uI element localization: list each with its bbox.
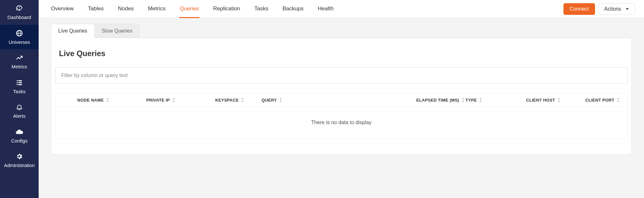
col-label: KEYSPACE: [215, 98, 239, 103]
col-elapsed-time[interactable]: ELAPSED TIME (MS): [403, 98, 464, 103]
sidebar-item-configs[interactable]: Configs: [0, 124, 39, 148]
sort-icon: [462, 98, 464, 102]
svg-rect-5: [18, 84, 22, 85]
caret-down-icon: [626, 8, 629, 10]
col-query[interactable]: QUERY: [262, 98, 402, 103]
filter-input[interactable]: [55, 67, 628, 84]
sort-icon: [479, 98, 482, 102]
sidebar-item-label: Configs: [11, 138, 28, 144]
svg-rect-3: [18, 82, 22, 83]
col-label: NODE NAME: [77, 98, 104, 103]
sidebar-item-label: Administration: [4, 163, 34, 168]
svg-rect-0: [17, 80, 18, 81]
main-area: Overview Tables Nodes Metrics Queries Re…: [39, 0, 644, 198]
connect-button[interactable]: Connect: [563, 3, 595, 15]
col-type[interactable]: TYPE: [466, 98, 501, 103]
gauge-icon: [15, 4, 24, 13]
col-client-port[interactable]: CLIENT PORT: [562, 98, 620, 103]
col-label: CLIENT PORT: [585, 98, 614, 103]
col-label: QUERY: [262, 98, 277, 103]
sort-icon: [106, 98, 109, 102]
sort-icon: [617, 98, 620, 102]
col-label: ELAPSED TIME (MS): [416, 98, 459, 103]
sidebar-item-label: Metrics: [12, 64, 27, 70]
svg-rect-2: [17, 82, 18, 83]
svg-rect-1: [18, 80, 22, 81]
gear-icon: [15, 152, 24, 161]
sidebar-item-label: Alerts: [13, 114, 25, 119]
sidebar-item-dashboard[interactable]: Dashboard: [0, 0, 39, 25]
tab-metrics[interactable]: Metrics: [147, 0, 166, 18]
tab-tables[interactable]: Tables: [87, 0, 104, 18]
actions-dropdown[interactable]: Actions: [598, 3, 635, 15]
live-queries-panel: Live Queries NODE NAME PRIVATE IP: [51, 38, 632, 154]
sidebar-item-administration[interactable]: Administration: [0, 148, 39, 173]
sidebar: Dashboard Universes Metrics Tasks Alerts…: [0, 0, 39, 198]
sidebar-item-tasks[interactable]: Tasks: [0, 74, 39, 99]
sort-icon: [558, 98, 560, 102]
table-empty-message: There is no data to display: [55, 107, 627, 138]
sidebar-item-metrics[interactable]: Metrics: [0, 49, 39, 74]
sort-icon: [241, 98, 244, 102]
tab-overview[interactable]: Overview: [50, 0, 74, 18]
queries-table: NODE NAME PRIVATE IP KEYSPACE QUERY: [55, 94, 628, 139]
col-label: PRIVATE IP: [146, 98, 170, 103]
top-nav-tabs: Overview Tables Nodes Metrics Queries Re…: [50, 0, 334, 18]
chart-icon: [15, 53, 24, 62]
sub-tabs: Live Queries Slow Queries: [51, 24, 632, 38]
table-header-row: NODE NAME PRIVATE IP KEYSPACE QUERY: [55, 94, 627, 107]
col-keyspace[interactable]: KEYSPACE: [215, 98, 260, 103]
top-nav-actions: Connect Actions: [563, 3, 635, 15]
panel-title: Live Queries: [59, 49, 631, 58]
tab-replication[interactable]: Replication: [212, 0, 241, 18]
bell-icon: [15, 103, 24, 112]
tab-backups[interactable]: Backups: [282, 0, 304, 18]
actions-dropdown-label: Actions: [604, 6, 621, 12]
sidebar-item-alerts[interactable]: Alerts: [0, 99, 39, 124]
col-private-ip[interactable]: PRIVATE IP: [146, 98, 214, 103]
sidebar-item-label: Tasks: [13, 89, 25, 94]
sidebar-item-label: Dashboard: [7, 15, 31, 20]
col-client-host[interactable]: CLIENT HOST: [502, 98, 560, 103]
sidebar-item-universes[interactable]: Universes: [0, 25, 39, 50]
top-nav: Overview Tables Nodes Metrics Queries Re…: [39, 0, 644, 18]
svg-rect-4: [17, 84, 18, 85]
cloud-icon: [15, 127, 24, 136]
tab-health[interactable]: Health: [317, 0, 334, 18]
subtab-live-queries[interactable]: Live Queries: [51, 24, 95, 38]
globe-icon: [15, 29, 24, 38]
sort-icon: [172, 98, 175, 102]
content-area: Live Queries Slow Queries Live Queries N…: [39, 18, 644, 198]
col-node-name[interactable]: NODE NAME: [77, 98, 145, 103]
sidebar-item-label: Universes: [9, 40, 30, 45]
subtab-slow-queries[interactable]: Slow Queries: [94, 24, 140, 38]
col-label: CLIENT HOST: [526, 98, 555, 103]
tab-nodes[interactable]: Nodes: [117, 0, 134, 18]
tab-queries[interactable]: Queries: [179, 0, 200, 18]
sort-icon: [279, 98, 282, 102]
list-icon: [15, 78, 24, 87]
tab-tasks[interactable]: Tasks: [254, 0, 269, 18]
col-label: TYPE: [466, 98, 477, 103]
